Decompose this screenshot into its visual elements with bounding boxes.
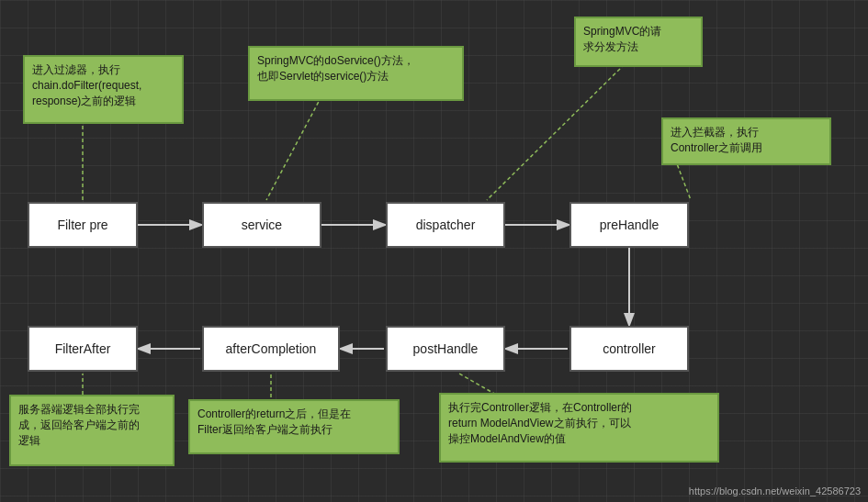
prehandle-box: preHandle xyxy=(569,202,689,248)
note-service: SpringMVC的doService()方法，也即Servlet的servic… xyxy=(248,46,464,101)
filterafter-box: FilterAfter xyxy=(28,326,138,372)
note-filter-pre: 进入过滤器，执行chain.doFilter(request,response)… xyxy=(23,55,184,124)
watermark: https://blog.csdn.net/weixin_42586723 xyxy=(689,485,861,496)
note-filterafter: 服务器端逻辑全部执行完成，返回给客户端之前的逻辑 xyxy=(9,395,175,466)
diagram: Filter pre service dispatcher preHandle … xyxy=(0,0,868,502)
service-box: service xyxy=(202,202,321,248)
note-aftercompletion: Controller的return之后，但是在Filter返回给客户端之前执行 xyxy=(188,399,400,454)
svg-line-8 xyxy=(266,96,321,200)
svg-line-13 xyxy=(459,374,496,395)
posthandle-box: postHandle xyxy=(386,326,505,372)
controller-box: controller xyxy=(569,326,689,372)
svg-line-9 xyxy=(487,64,625,200)
note-springmvc: SpringMVC的请求分发方法 xyxy=(574,17,703,67)
note-controller: 执行完Controller逻辑，在Controller的return Model… xyxy=(439,393,719,463)
dispatcher-box: dispatcher xyxy=(386,202,505,248)
filter-pre-box: Filter pre xyxy=(28,202,138,248)
note-prehandle: 进入拦截器，执行Controller之前调用 xyxy=(661,117,831,165)
aftercompletion-box: afterCompletion xyxy=(202,326,340,372)
